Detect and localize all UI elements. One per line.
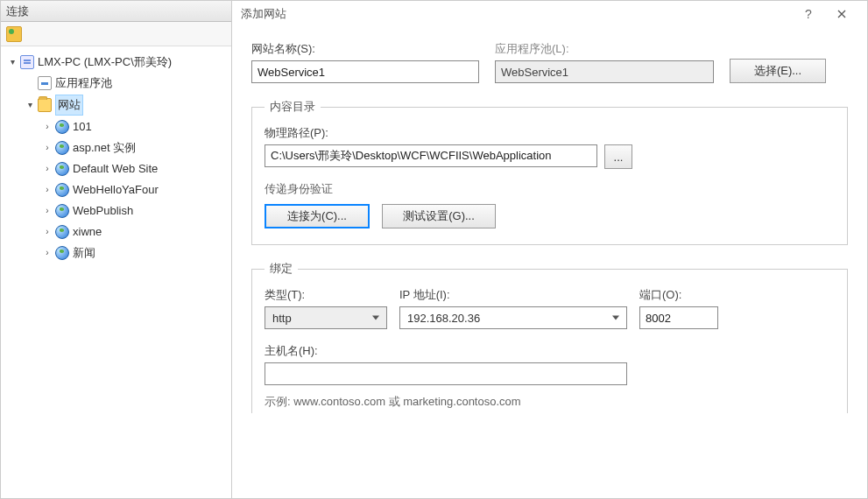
chevron-right-icon[interactable]: › <box>43 186 52 194</box>
tree-site-label: WebPublish <box>73 201 133 221</box>
globe-icon <box>55 204 69 218</box>
connections-tree[interactable]: ▾ LMX-PC (LMX-PC\邢美玲) 应用程序池 ▾ 网站 ›101›as… <box>1 46 231 498</box>
dialog-titlebar: 添加网站 ? <box>232 1 867 27</box>
physical-path-label: 物理路径(P): <box>265 125 835 141</box>
browse-button[interactable]: ... <box>604 144 632 169</box>
chevron-down-icon[interactable]: ▾ <box>25 101 34 109</box>
type-label: 类型(T): <box>265 287 387 303</box>
tree-apppool-node[interactable]: 应用程序池 <box>4 73 231 94</box>
content-directory-group: 内容目录 物理路径(P): ... 传递身份验证 连接为(C)... 测试设置(… <box>251 99 848 245</box>
app-root: 连接 ▾ LMX-PC (LMX-PC\邢美玲) 应用程序池 ▾ 网站 ›101… <box>0 0 868 499</box>
globe-icon <box>55 225 69 239</box>
tree-site-node[interactable]: ›101 <box>4 116 231 137</box>
passthrough-auth-label: 传递身份验证 <box>265 181 835 197</box>
ip-label: IP 地址(I): <box>399 287 627 303</box>
tree-site-node[interactable]: ›新闻 <box>4 242 231 264</box>
tree-server-label: LMX-PC (LMX-PC\邢美玲) <box>38 53 172 72</box>
folder-up-icon[interactable] <box>6 26 22 42</box>
chevron-right-icon[interactable]: › <box>43 228 52 236</box>
chevron-right-icon[interactable]: › <box>43 207 52 215</box>
close-icon <box>837 10 846 18</box>
ip-select[interactable]: 192.168.20.36 <box>399 306 627 329</box>
chevron-down-icon[interactable]: ▾ <box>8 58 17 67</box>
apppool-label: 应用程序池(L): <box>495 41 714 57</box>
tree-site-label: WebHelloYaFour <box>73 180 159 200</box>
sitename-input[interactable] <box>251 60 479 83</box>
port-input[interactable] <box>639 306 718 329</box>
globe-icon <box>55 246 69 260</box>
connections-header: 连接 <box>1 1 231 22</box>
globe-icon <box>55 162 69 176</box>
tree-site-node[interactable]: ›xiwne <box>4 221 231 242</box>
apppool-icon <box>38 76 52 90</box>
tree-site-label: asp.net 实例 <box>73 138 136 158</box>
port-label: 端口(O): <box>639 287 718 303</box>
test-settings-button[interactable]: 测试设置(G)... <box>382 204 496 228</box>
chevron-right-icon[interactable]: › <box>43 123 52 131</box>
apppool-input <box>495 60 714 83</box>
sitename-label: 网站名称(S): <box>251 41 479 57</box>
binding-legend: 绑定 <box>265 261 298 277</box>
tree-site-label: 101 <box>73 117 92 137</box>
tree-sites-node[interactable]: ▾ 网站 <box>4 94 231 116</box>
globe-icon <box>55 183 69 197</box>
connect-as-button[interactable]: 连接为(C)... <box>265 204 370 228</box>
dialog-body: 网站名称(S): 应用程序池(L): 选择(E)... 内容目录 物理路径(P)… <box>232 27 867 498</box>
hostname-input[interactable] <box>265 362 627 385</box>
tree-site-label: xiwne <box>73 222 102 242</box>
add-website-dialog: 添加网站 ? 网站名称(S): 应用程序池(L): 选择(E)... <box>232 1 867 498</box>
hostname-label: 主机名(H): <box>265 343 627 359</box>
chevron-right-icon[interactable]: › <box>43 165 52 173</box>
dialog-title: 添加网站 <box>241 6 286 22</box>
chevron-right-icon[interactable]: › <box>43 144 52 152</box>
connections-toolbar <box>1 22 231 46</box>
binding-group: 绑定 类型(T): http IP 地址(I): 192.168.20.36 端… <box>251 261 848 413</box>
tree-server-node[interactable]: ▾ LMX-PC (LMX-PC\邢美玲) <box>4 52 231 73</box>
physical-path-input[interactable] <box>265 144 597 167</box>
connections-panel: 连接 ▾ LMX-PC (LMX-PC\邢美玲) 应用程序池 ▾ 网站 ›101… <box>1 1 232 498</box>
tree-site-node[interactable]: ›Default Web Site <box>4 158 231 179</box>
select-apppool-button[interactable]: 选择(E)... <box>730 59 826 83</box>
folder-icon <box>38 98 52 112</box>
hostname-example: 示例: www.contoso.com 或 marketing.contoso.… <box>265 394 835 410</box>
globe-icon <box>55 141 69 155</box>
content-directory-legend: 内容目录 <box>265 99 321 115</box>
chevron-right-icon[interactable]: › <box>43 249 52 257</box>
connections-title: 连接 <box>6 4 29 19</box>
help-button[interactable]: ? <box>792 1 825 27</box>
tree-site-label: Default Web Site <box>73 159 158 179</box>
type-select[interactable]: http <box>265 306 387 329</box>
tree-site-node[interactable]: ›WebPublish <box>4 200 231 221</box>
tree-sites-label: 网站 <box>55 95 83 116</box>
server-icon <box>20 55 34 69</box>
tree-site-node[interactable]: ›WebHelloYaFour <box>4 179 231 200</box>
close-button[interactable] <box>825 1 858 27</box>
globe-icon <box>55 120 69 134</box>
tree-site-node[interactable]: ›asp.net 实例 <box>4 137 231 158</box>
tree-site-label: 新闻 <box>73 243 95 263</box>
tree-apppool-label: 应用程序池 <box>55 74 112 93</box>
